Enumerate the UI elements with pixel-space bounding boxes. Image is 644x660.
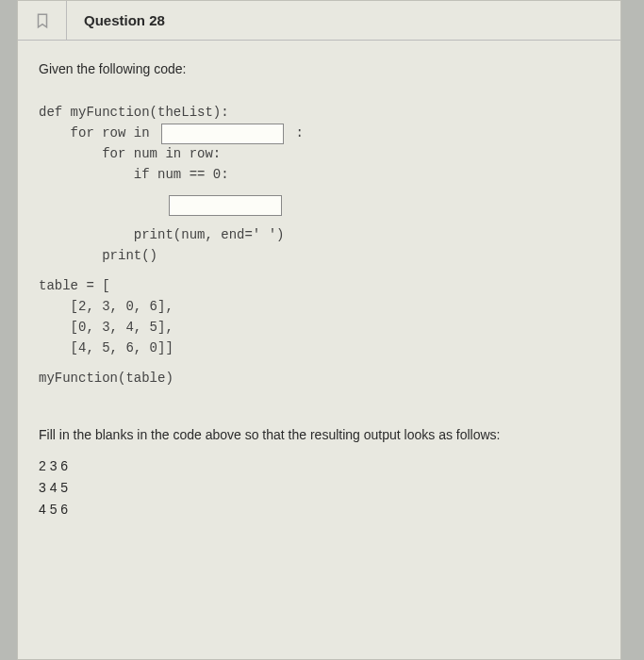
code-text: [0, 3, 4, 5], [39,318,173,338]
code-text: for row in [39,124,157,144]
code-line: print() [39,246,600,267]
code-line: print(num, end=' ') [39,225,600,246]
expected-output: 2 3 6 3 4 5 4 5 6 [39,455,600,520]
intro-text: Given the following code: [39,61,600,76]
code-text: [4, 5, 6, 0]] [39,338,173,359]
code-text: if num == 0: [39,165,229,186]
blank-input-1[interactable] [161,124,284,144]
output-line: 3 4 5 [39,477,600,499]
code-line: if num == 0: [39,165,600,186]
question-card: Question 28 Given the following code: de… [17,0,621,660]
code-line: table = [ [39,276,600,297]
question-body: Given the following code: def myFunction… [18,41,620,530]
code-line [39,195,600,216]
instruction-text: Fill in the blanks in the code above so … [39,427,600,442]
code-text: myFunction(table) [39,369,173,389]
question-header: Question 28 [18,1,620,41]
code-line: for num in row: [39,144,600,165]
code-text: [2, 3, 0, 6], [39,297,173,318]
code-line: for row in : [39,124,600,144]
code-text: def myFunction(theList): [39,103,229,124]
code-line: [2, 3, 0, 6], [39,297,600,318]
flag-toggle[interactable] [18,1,67,40]
code-text: table = [ [39,276,110,297]
code-text: : [288,124,304,144]
code-line: [4, 5, 6, 0]] [39,338,600,359]
code-text: print() [39,246,157,267]
question-title: Question 28 [67,12,165,28]
code-block: def myFunction(theList): for row in : fo… [39,103,600,389]
output-line: 4 5 6 [39,499,600,520]
code-text: print(num, end=' ') [39,225,284,246]
code-line: def myFunction(theList): [39,103,600,124]
output-line: 2 3 6 [39,455,600,477]
code-line: [0, 3, 4, 5], [39,318,600,338]
bookmark-icon [34,12,51,29]
code-line: myFunction(table) [39,369,600,389]
code-text: for num in row: [39,144,221,165]
blank-input-2[interactable] [169,195,282,216]
code-indent [39,195,165,216]
